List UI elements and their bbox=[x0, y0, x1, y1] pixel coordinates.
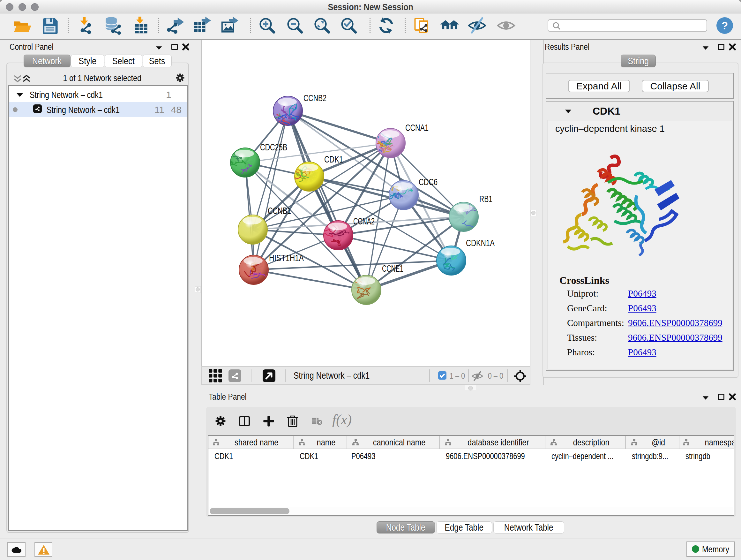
svg-text:RB1: RB1 bbox=[479, 193, 492, 204]
svg-text:CCNB1: CCNB1 bbox=[268, 205, 291, 216]
svg-text:CCNA2: CCNA2 bbox=[353, 216, 375, 226]
svg-text:CCNB2: CCNB2 bbox=[304, 92, 327, 103]
svg-text:HIST1H1A: HIST1H1A bbox=[269, 253, 304, 263]
svg-text:CDC6: CDC6 bbox=[419, 177, 437, 187]
svg-text:CCNA1: CCNA1 bbox=[405, 122, 428, 133]
svg-text:CDKN1A: CDKN1A bbox=[466, 238, 495, 248]
svg-text:CDK1: CDK1 bbox=[324, 154, 343, 165]
svg-text:CCNE1: CCNE1 bbox=[382, 263, 403, 273]
svg-text:?: ? bbox=[722, 20, 728, 32]
svg-text:CDC25B: CDC25B bbox=[260, 142, 287, 152]
